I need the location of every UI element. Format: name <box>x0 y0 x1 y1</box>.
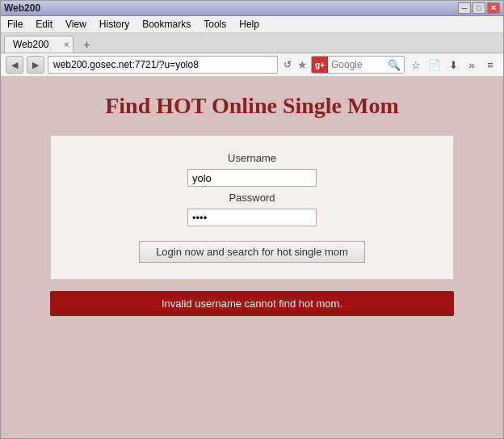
tab-label: Web200 <box>13 39 48 50</box>
overflow-icon[interactable]: » <box>464 57 480 73</box>
password-input[interactable] <box>187 209 317 226</box>
titlebar-buttons: ─ □ ✕ <box>458 2 500 14</box>
login-button[interactable]: Login now and search for hot single mom <box>139 241 365 263</box>
address-input[interactable] <box>48 56 278 74</box>
toolbar-icons: ☆ 📄 ⬇ » ≡ <box>408 57 498 73</box>
menu-view[interactable]: View <box>62 18 90 31</box>
password-label: Password <box>229 192 275 204</box>
error-banner: Invalid username cannot find hot mom. <box>50 291 454 316</box>
search-input[interactable] <box>328 59 384 70</box>
star-icon[interactable]: ☆ <box>408 57 424 73</box>
back-button[interactable]: ◀ <box>6 56 23 74</box>
download-icon[interactable]: ⬇ <box>445 57 461 73</box>
new-tab-button[interactable]: + <box>77 36 96 53</box>
window-title: Web200 <box>4 2 40 14</box>
tabbar: Web200 × + <box>1 33 503 53</box>
menu-file[interactable]: File <box>4 18 26 31</box>
page-icon[interactable]: 📄 <box>426 57 443 73</box>
titlebar: Web200 ─ □ ✕ <box>1 1 503 16</box>
search-go-button[interactable]: 🔍 <box>384 59 404 71</box>
addressbar: ◀ ▶ ↺ ★ g+ 🔍 ☆ 📄 ⬇ » ≡ <box>1 53 503 77</box>
minimize-button[interactable]: ─ <box>458 2 471 14</box>
close-button[interactable]: ✕ <box>487 2 500 14</box>
reload-button[interactable]: ↺ <box>281 59 294 70</box>
search-provider-label: g+ <box>312 57 328 73</box>
page-content: Find HOT Online Single Mom Username Pass… <box>1 77 503 438</box>
browser-tab[interactable]: Web200 × <box>4 36 74 53</box>
tab-close-button[interactable]: × <box>64 40 69 49</box>
maximize-button[interactable]: □ <box>472 2 485 14</box>
menu-icon[interactable]: ≡ <box>482 57 498 73</box>
username-label: Username <box>228 152 276 164</box>
username-input[interactable] <box>187 169 317 187</box>
menu-bookmarks[interactable]: Bookmarks <box>139 18 194 31</box>
menubar: File Edit View History Bookmarks Tools H… <box>1 16 503 33</box>
menu-edit[interactable]: Edit <box>32 18 56 31</box>
menu-tools[interactable]: Tools <box>200 18 229 31</box>
login-box: Username Password Login now and search f… <box>50 135 454 280</box>
search-box: g+ 🔍 <box>311 56 405 74</box>
page-title: Find HOT Online Single Mom <box>105 93 399 119</box>
menu-help[interactable]: Help <box>236 18 262 31</box>
bookmark-icon[interactable]: ★ <box>297 58 308 71</box>
browser-window: Web200 ─ □ ✕ File Edit View History Book… <box>0 0 504 439</box>
forward-button[interactable]: ▶ <box>27 56 44 74</box>
menu-history[interactable]: History <box>96 18 132 31</box>
